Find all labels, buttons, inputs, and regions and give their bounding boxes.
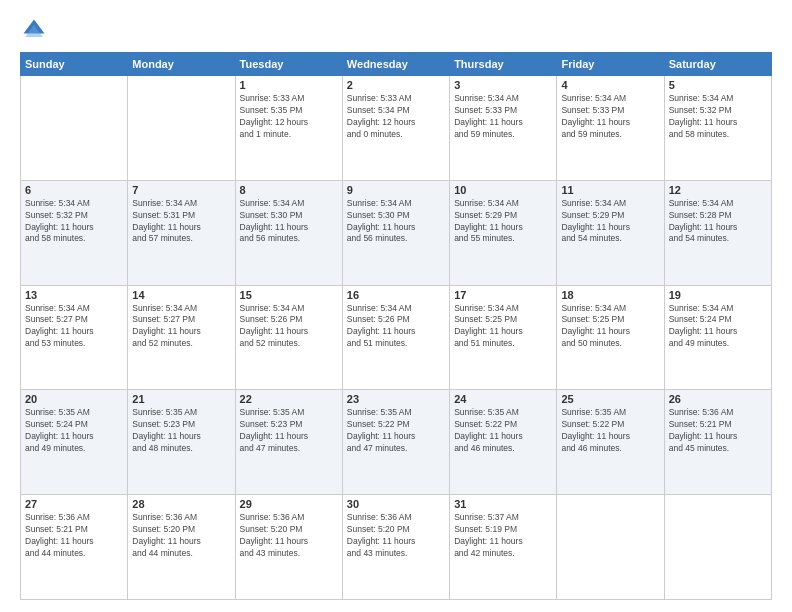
day-number: 30 — [347, 498, 445, 510]
weekday-header: Monday — [128, 53, 235, 76]
day-number: 27 — [25, 498, 123, 510]
calendar-cell: 20Sunrise: 5:35 AM Sunset: 5:24 PM Dayli… — [21, 390, 128, 495]
calendar-cell: 23Sunrise: 5:35 AM Sunset: 5:22 PM Dayli… — [342, 390, 449, 495]
day-number: 13 — [25, 289, 123, 301]
day-info: Sunrise: 5:34 AM Sunset: 5:32 PM Dayligh… — [669, 93, 767, 141]
day-number: 19 — [669, 289, 767, 301]
day-number: 23 — [347, 393, 445, 405]
day-number: 18 — [561, 289, 659, 301]
day-info: Sunrise: 5:37 AM Sunset: 5:19 PM Dayligh… — [454, 512, 552, 560]
day-info: Sunrise: 5:35 AM Sunset: 5:24 PM Dayligh… — [25, 407, 123, 455]
calendar-cell: 31Sunrise: 5:37 AM Sunset: 5:19 PM Dayli… — [450, 495, 557, 600]
calendar-cell: 30Sunrise: 5:36 AM Sunset: 5:20 PM Dayli… — [342, 495, 449, 600]
day-info: Sunrise: 5:34 AM Sunset: 5:30 PM Dayligh… — [347, 198, 445, 246]
weekday-header: Tuesday — [235, 53, 342, 76]
day-number: 24 — [454, 393, 552, 405]
day-info: Sunrise: 5:36 AM Sunset: 5:21 PM Dayligh… — [25, 512, 123, 560]
day-number: 9 — [347, 184, 445, 196]
calendar-cell: 11Sunrise: 5:34 AM Sunset: 5:29 PM Dayli… — [557, 180, 664, 285]
calendar-cell: 8Sunrise: 5:34 AM Sunset: 5:30 PM Daylig… — [235, 180, 342, 285]
calendar-cell: 15Sunrise: 5:34 AM Sunset: 5:26 PM Dayli… — [235, 285, 342, 390]
day-number: 11 — [561, 184, 659, 196]
calendar-cell: 1Sunrise: 5:33 AM Sunset: 5:35 PM Daylig… — [235, 76, 342, 181]
day-number: 3 — [454, 79, 552, 91]
day-info: Sunrise: 5:33 AM Sunset: 5:34 PM Dayligh… — [347, 93, 445, 141]
day-number: 1 — [240, 79, 338, 91]
calendar-cell: 13Sunrise: 5:34 AM Sunset: 5:27 PM Dayli… — [21, 285, 128, 390]
header — [20, 16, 772, 44]
day-info: Sunrise: 5:34 AM Sunset: 5:24 PM Dayligh… — [669, 303, 767, 351]
day-number: 8 — [240, 184, 338, 196]
day-number: 31 — [454, 498, 552, 510]
day-info: Sunrise: 5:34 AM Sunset: 5:25 PM Dayligh… — [561, 303, 659, 351]
day-number: 14 — [132, 289, 230, 301]
calendar-cell: 7Sunrise: 5:34 AM Sunset: 5:31 PM Daylig… — [128, 180, 235, 285]
day-info: Sunrise: 5:34 AM Sunset: 5:33 PM Dayligh… — [454, 93, 552, 141]
day-number: 22 — [240, 393, 338, 405]
weekday-header: Wednesday — [342, 53, 449, 76]
day-info: Sunrise: 5:35 AM Sunset: 5:23 PM Dayligh… — [240, 407, 338, 455]
day-info: Sunrise: 5:34 AM Sunset: 5:28 PM Dayligh… — [669, 198, 767, 246]
day-number: 26 — [669, 393, 767, 405]
calendar-cell: 29Sunrise: 5:36 AM Sunset: 5:20 PM Dayli… — [235, 495, 342, 600]
calendar-cell: 14Sunrise: 5:34 AM Sunset: 5:27 PM Dayli… — [128, 285, 235, 390]
calendar-cell: 16Sunrise: 5:34 AM Sunset: 5:26 PM Dayli… — [342, 285, 449, 390]
weekday-header: Thursday — [450, 53, 557, 76]
calendar-week-row: 20Sunrise: 5:35 AM Sunset: 5:24 PM Dayli… — [21, 390, 772, 495]
logo-icon — [20, 16, 48, 44]
calendar-cell — [128, 76, 235, 181]
calendar-cell: 5Sunrise: 5:34 AM Sunset: 5:32 PM Daylig… — [664, 76, 771, 181]
day-number: 28 — [132, 498, 230, 510]
day-number: 10 — [454, 184, 552, 196]
calendar-cell: 24Sunrise: 5:35 AM Sunset: 5:22 PM Dayli… — [450, 390, 557, 495]
logo — [20, 16, 52, 44]
calendar-cell: 26Sunrise: 5:36 AM Sunset: 5:21 PM Dayli… — [664, 390, 771, 495]
calendar-cell: 18Sunrise: 5:34 AM Sunset: 5:25 PM Dayli… — [557, 285, 664, 390]
page: SundayMondayTuesdayWednesdayThursdayFrid… — [0, 0, 792, 612]
day-info: Sunrise: 5:36 AM Sunset: 5:20 PM Dayligh… — [347, 512, 445, 560]
weekday-header: Friday — [557, 53, 664, 76]
calendar-week-row: 13Sunrise: 5:34 AM Sunset: 5:27 PM Dayli… — [21, 285, 772, 390]
calendar-cell: 21Sunrise: 5:35 AM Sunset: 5:23 PM Dayli… — [128, 390, 235, 495]
day-info: Sunrise: 5:34 AM Sunset: 5:27 PM Dayligh… — [25, 303, 123, 351]
day-info: Sunrise: 5:36 AM Sunset: 5:21 PM Dayligh… — [669, 407, 767, 455]
day-number: 12 — [669, 184, 767, 196]
calendar-cell: 3Sunrise: 5:34 AM Sunset: 5:33 PM Daylig… — [450, 76, 557, 181]
day-info: Sunrise: 5:33 AM Sunset: 5:35 PM Dayligh… — [240, 93, 338, 141]
weekday-header: Sunday — [21, 53, 128, 76]
day-info: Sunrise: 5:35 AM Sunset: 5:22 PM Dayligh… — [454, 407, 552, 455]
calendar-cell: 22Sunrise: 5:35 AM Sunset: 5:23 PM Dayli… — [235, 390, 342, 495]
day-info: Sunrise: 5:34 AM Sunset: 5:33 PM Dayligh… — [561, 93, 659, 141]
day-info: Sunrise: 5:34 AM Sunset: 5:32 PM Dayligh… — [25, 198, 123, 246]
calendar-cell: 9Sunrise: 5:34 AM Sunset: 5:30 PM Daylig… — [342, 180, 449, 285]
day-info: Sunrise: 5:34 AM Sunset: 5:29 PM Dayligh… — [454, 198, 552, 246]
day-info: Sunrise: 5:35 AM Sunset: 5:22 PM Dayligh… — [561, 407, 659, 455]
day-number: 16 — [347, 289, 445, 301]
day-info: Sunrise: 5:35 AM Sunset: 5:23 PM Dayligh… — [132, 407, 230, 455]
calendar-cell: 17Sunrise: 5:34 AM Sunset: 5:25 PM Dayli… — [450, 285, 557, 390]
day-info: Sunrise: 5:36 AM Sunset: 5:20 PM Dayligh… — [240, 512, 338, 560]
day-info: Sunrise: 5:34 AM Sunset: 5:26 PM Dayligh… — [240, 303, 338, 351]
calendar-cell: 10Sunrise: 5:34 AM Sunset: 5:29 PM Dayli… — [450, 180, 557, 285]
day-number: 2 — [347, 79, 445, 91]
day-info: Sunrise: 5:34 AM Sunset: 5:30 PM Dayligh… — [240, 198, 338, 246]
calendar-table: SundayMondayTuesdayWednesdayThursdayFrid… — [20, 52, 772, 600]
day-number: 5 — [669, 79, 767, 91]
calendar-cell: 2Sunrise: 5:33 AM Sunset: 5:34 PM Daylig… — [342, 76, 449, 181]
calendar-cell — [557, 495, 664, 600]
calendar-cell — [664, 495, 771, 600]
day-info: Sunrise: 5:34 AM Sunset: 5:26 PM Dayligh… — [347, 303, 445, 351]
day-number: 29 — [240, 498, 338, 510]
day-info: Sunrise: 5:35 AM Sunset: 5:22 PM Dayligh… — [347, 407, 445, 455]
calendar-week-row: 1Sunrise: 5:33 AM Sunset: 5:35 PM Daylig… — [21, 76, 772, 181]
calendar-header-row: SundayMondayTuesdayWednesdayThursdayFrid… — [21, 53, 772, 76]
day-info: Sunrise: 5:34 AM Sunset: 5:27 PM Dayligh… — [132, 303, 230, 351]
calendar-cell: 25Sunrise: 5:35 AM Sunset: 5:22 PM Dayli… — [557, 390, 664, 495]
calendar-week-row: 27Sunrise: 5:36 AM Sunset: 5:21 PM Dayli… — [21, 495, 772, 600]
day-info: Sunrise: 5:36 AM Sunset: 5:20 PM Dayligh… — [132, 512, 230, 560]
day-number: 7 — [132, 184, 230, 196]
day-number: 25 — [561, 393, 659, 405]
calendar-week-row: 6Sunrise: 5:34 AM Sunset: 5:32 PM Daylig… — [21, 180, 772, 285]
calendar-cell: 4Sunrise: 5:34 AM Sunset: 5:33 PM Daylig… — [557, 76, 664, 181]
day-info: Sunrise: 5:34 AM Sunset: 5:29 PM Dayligh… — [561, 198, 659, 246]
